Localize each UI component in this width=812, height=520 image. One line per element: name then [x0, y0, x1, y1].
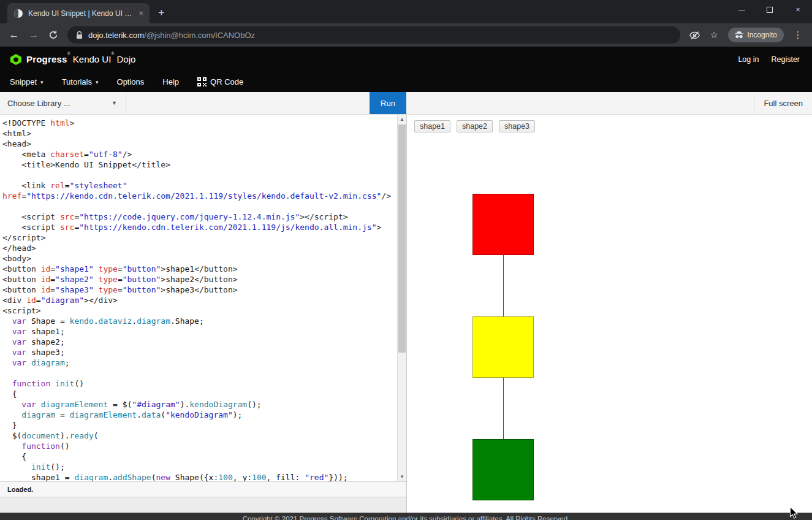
window-maximize-button[interactable]	[756, 0, 784, 20]
address-bar[interactable]: dojo.telerik.com/@jshin@hcim.com/ICANObO…	[67, 26, 680, 44]
log-in-link[interactable]: Log in	[738, 55, 759, 64]
code-line: function()	[2, 441, 395, 451]
content-area: <!DOCTYPE html><html><head> <meta charse…	[0, 115, 812, 513]
code-line: <script>	[2, 305, 395, 316]
code-line: }	[2, 420, 395, 430]
bookmark-star-button[interactable]: ☆	[705, 26, 723, 44]
code-line: <title>Kendo UI Snippet</title>	[2, 159, 395, 170]
code-line: var shape1;	[2, 326, 395, 337]
eye-off-button[interactable]	[685, 26, 704, 44]
chevron-down-icon: ▾	[96, 79, 99, 85]
reload-icon	[48, 30, 58, 40]
editor-scrollbar[interactable]: ▲ ▼	[397, 115, 406, 481]
code-line: <button id="shape2" type="button">shape2…	[2, 274, 395, 285]
scroll-up-arrow[interactable]: ▲	[398, 115, 406, 124]
preview-button-shape2[interactable]: shape2	[457, 120, 493, 132]
full-screen-button[interactable]: Full screen	[754, 92, 812, 114]
nav-item-label: Options	[117, 77, 145, 86]
code-line: <button id="shape3" type="button">shape3…	[2, 285, 395, 295]
code-line: <html>	[2, 128, 395, 139]
back-button[interactable]: ←	[5, 26, 23, 44]
diagram-shape-shape2[interactable]	[472, 316, 534, 378]
dojo-toolbar: Choose Library ... ▼ Run Full screen	[0, 92, 812, 115]
tab-close-icon[interactable]: ×	[138, 9, 143, 18]
code-line: var diagramElement = $("#diagram").kendo…	[2, 399, 395, 410]
code-line	[2, 201, 395, 212]
preview-button-shape1[interactable]: shape1	[414, 120, 450, 132]
nav-item-label: Tutorials	[62, 77, 92, 86]
code-line: <body>	[2, 253, 395, 264]
code-line: var diagram;	[2, 358, 395, 368]
run-button[interactable]: Run	[370, 92, 406, 114]
registered-mark: ®	[111, 52, 114, 56]
progress-kendo-logo[interactable]: Progress®Kendo UI®Dojo	[10, 53, 135, 66]
code-line: <meta charset="utf-8"/>	[2, 149, 395, 159]
site-footer: Copyright © 2021 Progress Software Corpo…	[0, 513, 812, 520]
scroll-down-arrow[interactable]: ▼	[398, 472, 406, 481]
code-line	[2, 170, 395, 180]
incognito-icon	[735, 31, 743, 39]
editor-pane: <!DOCTYPE html><html><head> <meta charse…	[0, 115, 406, 513]
code-line: function init()	[2, 378, 395, 389]
code-line: <script src="https://kendo.cdn.telerik.c…	[2, 222, 395, 232]
progress-logo-icon	[10, 53, 22, 66]
window-close-button[interactable]: ×	[784, 0, 812, 20]
incognito-badge: Incognito	[728, 28, 784, 42]
site-nav: Snippet▾Tutorials▾OptionsHelpQR Code	[0, 72, 812, 92]
browser-menu-button[interactable]: ⋮	[789, 26, 807, 44]
incognito-label: Incognito	[747, 31, 777, 39]
browser-tab[interactable]: Kendo UI Snippet | Kendo UI Dojo ×	[7, 3, 150, 23]
code-line: <!DOCTYPE html>	[2, 118, 395, 128]
diagram-shape-shape1[interactable]	[472, 194, 534, 255]
code-line: <button id="shape1" type="button">shape1…	[2, 264, 395, 274]
qr-code-icon	[197, 77, 207, 86]
code-line: var shape2;	[2, 337, 395, 347]
preview-pane: shape1shape2shape3	[406, 115, 812, 513]
code-line: diagram = diagramElement.data("kendoDiag…	[2, 410, 395, 420]
tab-title: Kendo UI Snippet | Kendo UI Dojo	[28, 9, 134, 18]
code-line: </script>	[2, 232, 395, 243]
nav-item-qr-code[interactable]: QR Code	[197, 77, 243, 86]
url-path: /@jshin@hcim.com/ICANObOz	[144, 31, 255, 40]
code-line: {	[2, 451, 395, 462]
code-line	[2, 368, 395, 378]
preview-button-shape3[interactable]: shape3	[499, 120, 535, 132]
eye-off-icon	[689, 30, 700, 40]
site-header: Progress®Kendo UI®Dojo Log in Register	[0, 47, 812, 72]
chevron-down-icon: ▼	[112, 100, 117, 106]
registered-mark: ®	[67, 52, 70, 56]
brand-kendo-ui: Kendo UI	[73, 54, 112, 64]
diagram-connection[interactable]	[503, 378, 504, 439]
code-line: <div id="diagram"></div>	[2, 295, 395, 305]
choose-library-select[interactable]: Choose Library ... ▼	[0, 92, 126, 114]
nav-item-tutorials[interactable]: Tutorials▾	[62, 77, 99, 86]
code-line: $(document).ready(	[2, 430, 395, 441]
nav-item-options[interactable]: Options	[117, 77, 145, 86]
diagram-shape-shape3[interactable]	[472, 439, 534, 500]
editor-status-bar: Loaded.	[0, 481, 406, 497]
register-link[interactable]: Register	[771, 55, 800, 64]
nav-item-snippet[interactable]: Snippet▾	[10, 77, 44, 86]
nav-item-help[interactable]: Help	[162, 77, 179, 86]
new-tab-button[interactable]: +	[158, 7, 165, 20]
forward-button[interactable]: →	[25, 26, 43, 44]
chevron-down-icon: ▾	[40, 79, 44, 85]
editor-filler	[0, 497, 406, 513]
window-minimize-button[interactable]	[727, 0, 756, 20]
code-line: var Shape = kendo.dataviz.diagram.Shape;	[2, 316, 395, 326]
diagram-canvas[interactable]	[411, 132, 808, 513]
code-line: <link rel="stylesheet"	[2, 180, 395, 191]
copyright-text: Copyright © 2021 Progress Software Corpo…	[243, 513, 570, 520]
reload-button[interactable]	[44, 26, 63, 44]
status-text: Loaded.	[7, 486, 33, 493]
brand-progress: Progress	[26, 54, 67, 64]
code-line: init();	[2, 462, 395, 472]
url-domain: dojo.telerik.com	[88, 31, 144, 40]
code-line: var shape3;	[2, 347, 395, 358]
diagram-connection[interactable]	[503, 255, 504, 316]
url-text: dojo.telerik.com/@jshin@hcim.com/ICANObO…	[88, 31, 255, 40]
scrollbar-thumb[interactable]	[398, 124, 406, 353]
tab-favicon-icon	[13, 9, 23, 18]
code-editor[interactable]: <!DOCTYPE html><html><head> <meta charse…	[0, 115, 406, 481]
browser-toolbar: ← → dojo.telerik.com/@jshin@hcim.com/ICA…	[0, 23, 812, 47]
